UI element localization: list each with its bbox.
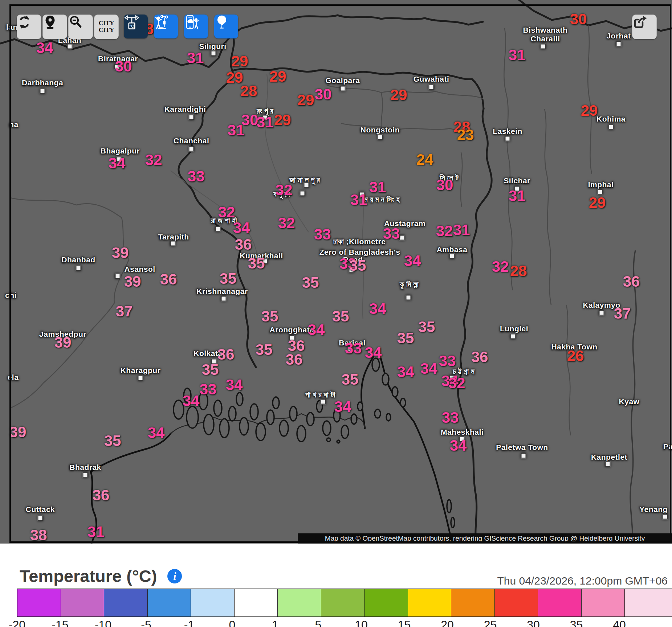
legend-units: (°C) [126, 566, 157, 586]
city-label: Dhanbad [61, 255, 95, 264]
temperature-value: 29 [581, 102, 598, 119]
city-marker [406, 295, 411, 300]
temperature-value: 35 [104, 432, 121, 450]
scale-tick-label: 35 [570, 618, 583, 627]
temperature-value: 36 [235, 236, 252, 253]
border-state [461, 152, 462, 207]
city-marker [505, 136, 510, 142]
scale-tick-label: -1 [184, 618, 194, 627]
temperature-value: 35 [418, 318, 435, 336]
city-label: Imphal [588, 180, 614, 189]
phone-cloud-icon [184, 15, 199, 30]
temperature-value: 34 [226, 376, 243, 394]
temperature-value: 31 [369, 179, 386, 196]
city-label: Kyaw [619, 397, 640, 406]
scale-tick-label: -10 [95, 618, 111, 627]
temperature-value: 29 [589, 194, 606, 212]
city-label: Maheskhali [441, 428, 484, 437]
city-label: Guwahati [414, 75, 449, 83]
city-marker [170, 241, 176, 246]
temperature-value: 31 [257, 114, 274, 131]
info-icon[interactable]: i [167, 569, 182, 583]
temperature-scale-bar [17, 589, 672, 617]
temperature-value: 34 [183, 392, 200, 410]
city-label: পাথরঘাটা [305, 390, 338, 399]
temperature-value: 30 [115, 58, 132, 75]
observer-anemometer-icon [154, 15, 169, 30]
temperature-value: 23 [457, 126, 474, 144]
city-marker [115, 274, 121, 279]
temperature-value: 31 [350, 191, 367, 209]
temperature-map[interactable]: langwaLahanBiratnagarDarbhangaSiliguriKa… [0, 0, 672, 544]
observations-button[interactable] [154, 15, 178, 38]
city-marker [605, 462, 611, 467]
city-label: Ambasa [437, 245, 468, 254]
city-marker [38, 516, 43, 521]
temperature-value: 36 [286, 351, 303, 368]
refresh-button[interactable] [17, 15, 41, 39]
city-label: Karandighi [164, 105, 206, 114]
temperature-value: 35 [397, 329, 414, 347]
city-marker [138, 376, 143, 381]
scale-tick-label: 40 [613, 618, 626, 627]
zoom-out-button[interactable] [68, 15, 93, 39]
city-marker [521, 453, 526, 459]
scale-tick-label: -5 [141, 618, 151, 627]
temperature-value: 32 [218, 204, 235, 221]
city-marker [449, 254, 455, 259]
temperature-value: 33 [314, 226, 331, 243]
svg-text:°C: °C [130, 24, 134, 28]
temperature-value: 34 [369, 300, 386, 317]
city-toggle-label-off: CITY [99, 27, 114, 34]
city-label: Asansol [124, 265, 155, 274]
temperature-value: 34 [450, 437, 467, 454]
legend-panel: Temperature (°C) i Thu 04/23/2026, 12:00… [0, 544, 672, 627]
temperature-value: 26 [567, 347, 584, 365]
scale-tick-label: 30 [527, 618, 540, 627]
temperature-value: 32 [436, 222, 453, 240]
temperature-value: 29 [231, 53, 248, 70]
temperature-value: 37 [116, 303, 133, 320]
temperature-value: 32 [278, 214, 295, 232]
border-state [341, 123, 465, 133]
city-label: Pa [663, 442, 672, 451]
temperature-value: 36 [217, 346, 235, 363]
city-label: Cuttack [26, 505, 55, 514]
scale-tick-label: 20 [441, 618, 454, 627]
temperature-value: 32 [276, 181, 293, 199]
border-himalaya [252, 15, 483, 25]
city-label: Bishwanath Charaili [523, 26, 568, 43]
temperature-value: 34 [148, 424, 165, 442]
city-label: Bhadrak [69, 463, 101, 472]
city-marker [599, 310, 604, 316]
city-marker [215, 226, 221, 232]
location-pin-icon [43, 15, 57, 29]
temperature-value: 31 [509, 187, 526, 205]
city-label: Silchar [504, 176, 530, 185]
border-state [381, 93, 383, 131]
temperature-value: 33 [345, 340, 362, 357]
scale-segment [235, 589, 278, 616]
city-labels-toggle-button[interactable]: CITY CITY [94, 15, 119, 39]
locate-button[interactable] [42, 15, 67, 39]
temperature-value: 28 [240, 82, 257, 100]
temperature-value: 34 [420, 360, 437, 377]
webcam-reports-button[interactable] [184, 15, 208, 38]
temperature-value: 34 [36, 39, 53, 57]
scale-segment [495, 589, 538, 616]
temperature-value: 36 [623, 273, 640, 290]
station-values-button[interactable]: °C [124, 15, 148, 38]
temperature-value: 31 [509, 46, 526, 64]
city-label: Paletwa Town [496, 443, 548, 452]
radiosonde-button[interactable] [214, 15, 238, 38]
border-state [588, 25, 592, 174]
temperature-value: 39 [112, 244, 129, 262]
city-marker [221, 296, 227, 302]
temperature-value: 30 [570, 11, 587, 28]
city-label: ela [8, 373, 19, 382]
legend-title: Temperature (°C) i [20, 566, 182, 586]
share-button[interactable] [632, 15, 657, 39]
temperature-value: 29 [269, 68, 286, 85]
scale-segment [148, 589, 191, 616]
weather-balloon-icon [214, 15, 229, 30]
